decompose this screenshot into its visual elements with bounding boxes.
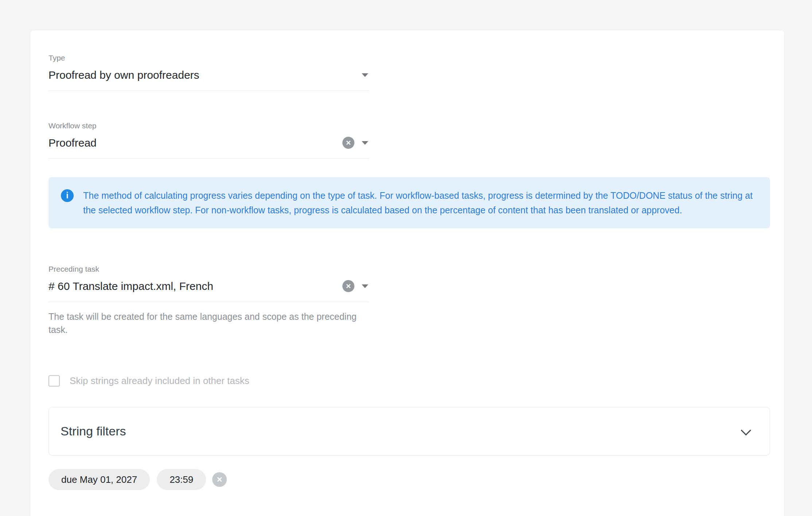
chevron-down-icon[interactable] <box>362 284 368 288</box>
workflow-step-select[interactable]: Proofread ✕ <box>48 135 369 159</box>
due-date-chip[interactable]: due May 01, 2027 <box>48 469 150 490</box>
info-icon: i <box>61 189 74 202</box>
progress-info-banner: i The method of calculating progress var… <box>48 177 770 228</box>
preceding-task-label: Preceding task <box>48 265 369 273</box>
string-filters-title: String filters <box>61 424 126 438</box>
close-icon: ✕ <box>217 475 223 484</box>
due-time-chip-label: 23:59 <box>170 474 193 485</box>
due-chips-row: due May 01, 2027 23:59 ✕ <box>48 469 769 490</box>
preceding-task-helper-text: The task will be created for the same la… <box>48 310 371 336</box>
close-icon: ✕ <box>346 283 351 290</box>
workflow-step-label: Workflow step <box>48 121 369 130</box>
chevron-down-icon[interactable] <box>362 141 368 145</box>
type-select[interactable]: Proofread by own proofreaders <box>48 67 369 91</box>
due-time-chip[interactable]: 23:59 <box>157 469 206 490</box>
skip-strings-checkbox[interactable] <box>48 375 60 387</box>
type-field: Type Proofread by own proofreaders <box>48 54 369 91</box>
chevron-down-icon[interactable] <box>741 425 751 435</box>
due-date-chip-label: due May 01, 2027 <box>61 474 137 485</box>
workflow-step-field: Workflow step Proofread ✕ <box>48 121 369 159</box>
preceding-task-value: # 60 Translate impact.xml, French <box>48 280 342 292</box>
clear-preceding-task-button[interactable]: ✕ <box>342 280 354 292</box>
task-form-card: Type Proofread by own proofreaders Workf… <box>30 30 785 516</box>
string-filters-panel[interactable]: String filters <box>48 407 770 455</box>
preceding-task-field: Preceding task # 60 Translate impact.xml… <box>48 265 369 302</box>
chevron-down-icon[interactable] <box>362 73 368 77</box>
preceding-task-select[interactable]: # 60 Translate impact.xml, French ✕ <box>48 278 369 302</box>
remove-due-date-button[interactable]: ✕ <box>212 472 227 487</box>
clear-workflow-button[interactable]: ✕ <box>342 137 354 149</box>
type-field-label: Type <box>48 54 369 62</box>
workflow-step-value: Proofread <box>48 137 342 149</box>
progress-info-text: The method of calculating progress varie… <box>83 188 754 217</box>
type-select-value: Proofread by own proofreaders <box>48 69 362 81</box>
close-icon: ✕ <box>346 140 351 146</box>
skip-strings-checkbox-label: Skip strings already included in other t… <box>70 375 249 387</box>
skip-strings-checkbox-row: Skip strings already included in other t… <box>48 375 769 387</box>
